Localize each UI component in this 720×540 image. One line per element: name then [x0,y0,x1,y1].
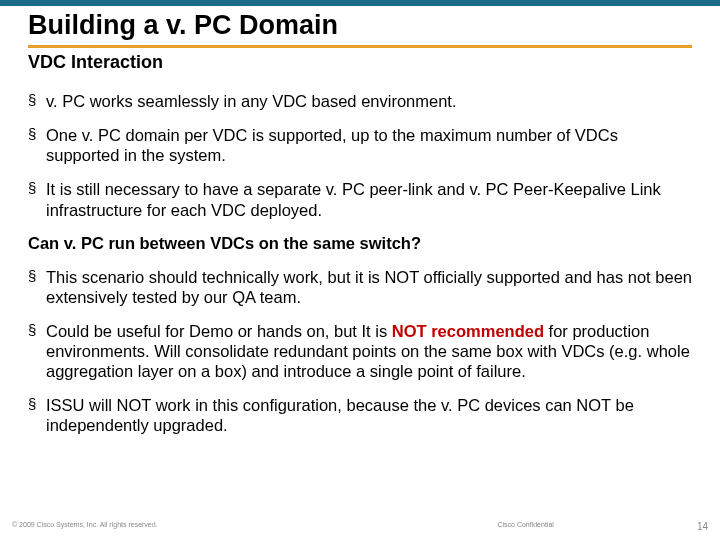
not-recommended-emphasis: NOT recommended [392,322,544,340]
bullet-item: One v. PC domain per VDC is supported, u… [28,125,692,165]
slide-title: Building a v. PC Domain [28,10,692,41]
slide-footer: © 2009 Cisco Systems, Inc. All rights re… [0,521,720,532]
bullet-item: This scenario should technically work, b… [28,267,692,307]
bullet-list-1: v. PC works seamlessly in any VDC based … [28,91,692,220]
title-underline [28,45,692,48]
bullet-item: v. PC works seamlessly in any VDC based … [28,91,692,111]
slide-subtitle: VDC Interaction [28,52,692,73]
bullet-item: ISSU will NOT work in this configuration… [28,395,692,435]
footer-copyright: © 2009 Cisco Systems, Inc. All rights re… [12,521,354,532]
bullet-item: It is still necessary to have a separate… [28,179,692,219]
footer-confidential: Cisco Confidential [354,521,696,532]
slide-content: Building a v. PC Domain VDC Interaction … [0,6,720,436]
bullet-text-pre: Could be useful for Demo or hands on, bu… [46,322,392,340]
bullet-item: Could be useful for Demo or hands on, bu… [28,321,692,381]
question-text: Can v. PC run between VDCs on the same s… [28,234,692,253]
footer-page-number: 14 [697,521,708,532]
bullet-list-2: This scenario should technically work, b… [28,267,692,436]
